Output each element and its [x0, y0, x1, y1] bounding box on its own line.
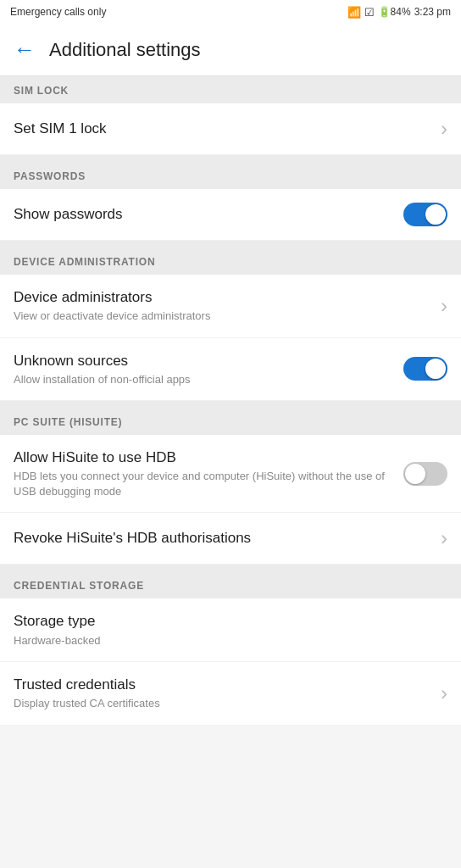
item-sublabel-trusted-credentials: Display trusted CA certificates — [14, 696, 430, 711]
settings-content: SIM LOCKSet SIM 1 lock›PASSWORDSShow pas… — [0, 76, 461, 726]
item-text-allow-hisuite-hdb: Allow HiSuite to use HDBHDB lets you con… — [14, 448, 393, 498]
page-title: Additional settings — [49, 39, 201, 61]
chevron-icon-trusted-credentials: › — [441, 682, 447, 705]
section-divider-pc-suite — [0, 565, 461, 571]
status-bar-right: 📶 ☑ 🔋84% 3:23 pm — [347, 6, 451, 19]
item-text-device-administrators: Device administratorsView or deactivate … — [14, 288, 430, 324]
settings-item-trusted-credentials[interactable]: Trusted credentialsDisplay trusted CA ce… — [0, 662, 461, 726]
item-right-device-administrators: › — [441, 294, 447, 318]
chevron-icon-device-administrators: › — [441, 294, 447, 318]
wifi-icon: 📶 — [347, 6, 361, 19]
item-label-allow-hisuite-hdb: Allow HiSuite to use HDB — [14, 448, 393, 467]
settings-item-device-administrators[interactable]: Device administratorsView or deactivate … — [0, 275, 461, 338]
item-text-storage-type: Storage typeHardware-backed — [14, 612, 437, 648]
clock: 3:23 pm — [414, 6, 451, 18]
item-text-revoke-hisuite: Revoke HiSuite's HDB authorisations — [14, 529, 430, 548]
item-text-set-sim-lock: Set SIM 1 lock — [14, 120, 430, 138]
section-header-credential-storage: CREDENTIAL STORAGE — [0, 571, 461, 598]
item-sublabel-device-administrators: View or deactivate device administrators — [14, 309, 430, 324]
item-text-trusted-credentials: Trusted credentialsDisplay trusted CA ce… — [14, 676, 430, 711]
toggle-allow-hisuite-hdb[interactable] — [403, 462, 447, 486]
settings-item-revoke-hisuite[interactable]: Revoke HiSuite's HDB authorisations› — [0, 513, 461, 565]
back-button[interactable]: ← — [14, 36, 36, 63]
section-header-pc-suite: PC SUITE (HISUITE) — [0, 408, 461, 435]
item-right-show-passwords — [403, 203, 447, 226]
section-divider-passwords — [0, 241, 461, 248]
toggle-knob-allow-hisuite-hdb — [405, 464, 425, 484]
item-label-trusted-credentials: Trusted credentials — [14, 676, 430, 694]
item-right-allow-hisuite-hdb — [403, 462, 447, 486]
item-sublabel-storage-type: Hardware-backed — [14, 633, 437, 648]
item-right-unknown-sources — [403, 357, 447, 381]
section-header-sim-lock: SIM LOCK — [0, 76, 461, 103]
item-label-storage-type: Storage type — [14, 612, 437, 631]
item-label-revoke-hisuite: Revoke HiSuite's HDB authorisations — [14, 529, 430, 548]
item-text-unknown-sources: Unknown sourcesAllow installation of non… — [14, 352, 393, 387]
signal-icon: ☑ — [364, 6, 375, 19]
toggle-knob-unknown-sources — [425, 359, 446, 379]
settings-item-allow-hisuite-hdb[interactable]: Allow HiSuite to use HDBHDB lets you con… — [0, 435, 461, 513]
settings-item-show-passwords[interactable]: Show passwords — [0, 189, 461, 241]
toggle-knob-show-passwords — [425, 204, 446, 225]
back-icon: ← — [14, 36, 36, 63]
status-bar: Emergency calls only 📶 ☑ 🔋84% 3:23 pm — [0, 0, 461, 24]
app-bar: ← Additional settings — [0, 24, 461, 76]
settings-item-unknown-sources[interactable]: Unknown sourcesAllow installation of non… — [0, 338, 461, 402]
settings-item-set-sim-lock[interactable]: Set SIM 1 lock› — [0, 103, 461, 155]
section-divider-device-admin — [0, 401, 461, 408]
item-label-set-sim-lock: Set SIM 1 lock — [14, 120, 430, 138]
status-emergency-text: Emergency calls only — [10, 6, 106, 18]
section-header-passwords: PASSWORDS — [0, 162, 461, 189]
item-right-set-sim-lock: › — [441, 117, 447, 141]
settings-item-storage-type: Storage typeHardware-backed — [0, 598, 461, 662]
toggle-unknown-sources[interactable] — [403, 357, 447, 381]
chevron-icon-revoke-hisuite: › — [441, 526, 447, 550]
section-header-device-admin: DEVICE ADMINISTRATION — [0, 248, 461, 275]
toggle-show-passwords[interactable] — [403, 203, 447, 226]
item-label-device-administrators: Device administrators — [14, 288, 430, 307]
chevron-icon-set-sim-lock: › — [441, 117, 447, 141]
item-right-trusted-credentials: › — [441, 682, 447, 705]
battery-indicator: 🔋84% — [378, 6, 411, 18]
item-sublabel-allow-hisuite-hdb: HDB lets you connect your device and com… — [14, 469, 393, 498]
item-text-show-passwords: Show passwords — [14, 205, 393, 224]
section-divider-sim-lock — [0, 155, 461, 162]
item-right-revoke-hisuite: › — [441, 526, 447, 550]
item-label-unknown-sources: Unknown sources — [14, 352, 393, 370]
item-sublabel-unknown-sources: Allow installation of non-official apps — [14, 372, 393, 387]
item-label-show-passwords: Show passwords — [14, 205, 393, 224]
